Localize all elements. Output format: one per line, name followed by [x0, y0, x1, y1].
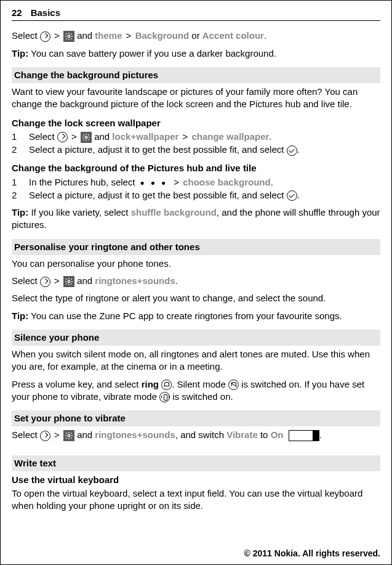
link-choose-background: choose background	[183, 177, 271, 187]
vibrate-mode-icon	[159, 392, 170, 402]
tip-text: You can save battery power if you use a …	[28, 48, 276, 59]
gt-separator: >	[54, 275, 60, 286]
link-shuffle-background: shuffle background	[131, 207, 217, 217]
ringtone-select: Select > and ringtones+sounds.	[12, 275, 380, 287]
section-bar-ringtone: Personalise your ringtone and other tone…	[12, 239, 380, 255]
step-row: 1 Select > and lock+wallpaper > change w…	[12, 131, 380, 143]
step-content: Select > and lock+wallpaper > change wal…	[29, 131, 271, 143]
tip-label: Tip:	[12, 48, 28, 59]
text-switch: , and switch	[175, 429, 226, 440]
period: .	[319, 429, 322, 440]
label-and: and	[77, 275, 92, 286]
tip-shuffle: Tip: If you like variety, select shuffle…	[12, 206, 380, 232]
label-select: Select	[29, 131, 55, 142]
tip-text: You can use the Zune PC app to create ri…	[28, 311, 342, 321]
section-bar-bg-pictures: Change the background pictures	[12, 67, 380, 83]
page-header: 22 Basics	[12, 7, 380, 21]
check-circle-icon	[287, 190, 297, 201]
label-on: On	[271, 429, 284, 440]
gt-separator: >	[174, 177, 179, 187]
check-circle-icon	[287, 145, 297, 156]
gt-separator: >	[54, 30, 60, 41]
silence-desc: When you switch silent mode on, all ring…	[12, 348, 380, 373]
label-select: Select	[12, 429, 38, 440]
silence-instruction: Press a volume key, and select ring . Si…	[12, 378, 380, 404]
section-bar-write-text: Write text	[12, 455, 380, 471]
arrow-circle-icon	[40, 431, 50, 441]
label-and: and	[77, 429, 92, 440]
gear-icon	[63, 276, 74, 287]
step-content: In the Pictures hub, select • • • > choo…	[29, 176, 273, 189]
label-ring: ring	[142, 379, 159, 389]
gear-icon	[63, 430, 74, 441]
page-number: 22	[12, 7, 22, 19]
step-number: 2	[12, 144, 18, 156]
arrow-circle-icon	[57, 132, 68, 142]
bg-pictures-desc: Want to view your favourite landscape or…	[12, 86, 380, 111]
step-number: 1	[12, 131, 18, 143]
svg-point-0	[68, 36, 70, 38]
step-row: 1 In the Pictures hub, select • • • > ch…	[12, 176, 380, 189]
silent-mode-icon	[228, 380, 239, 390]
step-content: Select a picture, adjust it to get the b…	[29, 189, 300, 201]
text-b: . Silent mode	[172, 379, 226, 389]
label-or: or	[191, 30, 199, 41]
subsection-pictures-hub: Change the background of the Pictures hu…	[12, 162, 380, 174]
step-number: 1	[12, 176, 18, 189]
gt-separator: >	[183, 131, 188, 142]
period: .	[269, 131, 271, 142]
toggle-on-icon	[289, 430, 319, 441]
ring-bell-icon	[161, 380, 172, 390]
subsection-virtual-keyboard: Use the virtual keyboard	[12, 474, 380, 486]
copyright-footer: © 2011 Nokia. All rights reserved.	[244, 548, 380, 559]
gt-separator: >	[126, 30, 132, 41]
tip-label: Tip:	[12, 311, 28, 321]
svg-point-2	[68, 280, 70, 283]
svg-point-3	[68, 435, 70, 437]
tip-label: Tip:	[12, 207, 28, 217]
link-lock-wallpaper: lock+wallpaper	[112, 131, 178, 142]
tip-zune: Tip: You can use the Zune PC app to crea…	[12, 310, 380, 322]
label-vibrate: Vibrate	[226, 429, 258, 440]
pictures-hub-steps: 1 In the Pictures hub, select • • • > ch…	[12, 176, 380, 202]
ringtone-line2: Select the type of ringtone or alert you…	[12, 292, 380, 304]
section-bar-vibrate: Set your phone to vibrate	[12, 410, 380, 426]
svg-point-1	[85, 136, 87, 139]
link-ringtones-sounds: ringtones+sounds	[95, 275, 175, 286]
vibrate-instruction: Select > and ringtones+sounds, and switc…	[12, 429, 380, 441]
label-and: and	[77, 30, 92, 41]
gt-separator: >	[71, 131, 77, 142]
link-ringtones-sounds: ringtones+sounds	[95, 429, 175, 440]
text-d: is switched on.	[172, 391, 233, 402]
period: .	[264, 30, 266, 41]
label-and: and	[94, 131, 110, 142]
ringtone-desc: You can personalise your phone tones.	[12, 258, 380, 270]
gear-icon	[81, 132, 92, 143]
period: .	[297, 190, 300, 200]
period: .	[297, 144, 300, 155]
step-number: 2	[12, 189, 18, 201]
period: .	[271, 177, 273, 187]
tip-battery: Tip: You can save battery power if you u…	[12, 47, 380, 60]
step-row: 2 Select a picture, adjust it to get the…	[12, 189, 380, 201]
virtual-keyboard-desc: To open the virtual keyboard, select a t…	[12, 487, 380, 513]
step-row: 2 Select a picture, adjust it to get the…	[12, 144, 380, 156]
page-title: Basics	[31, 7, 60, 19]
link-background: Background	[135, 30, 190, 41]
arrow-circle-icon	[40, 277, 50, 287]
subsection-lockscreen: Change the lock screen wallpaper	[12, 117, 380, 129]
step-text: Select a picture, adjust it to get the b…	[29, 144, 284, 155]
step-text: In the Pictures hub, select	[29, 177, 135, 187]
period: .	[175, 275, 178, 286]
lockscreen-steps: 1 Select > and lock+wallpaper > change w…	[12, 131, 380, 156]
arrow-circle-icon	[40, 31, 50, 42]
link-change-wallpaper: change wallpaper	[191, 131, 269, 142]
label-select: Select	[12, 30, 38, 41]
theme-instruction: Select > and theme > Background or Accen…	[12, 30, 380, 42]
text-to: to	[258, 429, 271, 440]
gt-separator: >	[54, 429, 60, 440]
gear-icon	[63, 31, 74, 42]
label-select: Select	[12, 275, 38, 286]
link-theme: theme	[95, 30, 122, 41]
step-content: Select a picture, adjust it to get the b…	[29, 144, 300, 156]
